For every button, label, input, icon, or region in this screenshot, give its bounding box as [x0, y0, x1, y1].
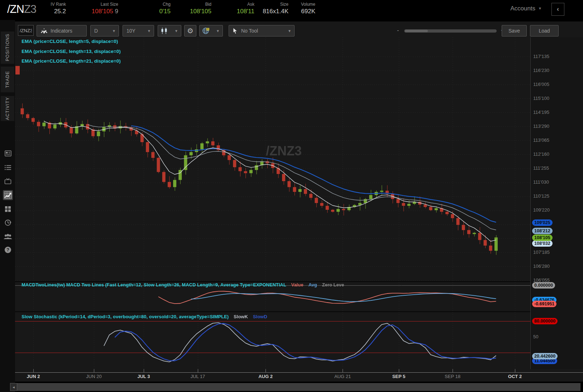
quote-fields: IV Rank25.2Last Size108'105 9Chg0'15Bid1…	[37, 1, 315, 16]
price-axis-label: 110'125	[533, 193, 549, 199]
time-axis-line	[15, 372, 583, 373]
load-button[interactable]: Load	[530, 25, 559, 37]
quote-value: 108'105	[190, 8, 211, 15]
zoom-slider-thumb[interactable]	[405, 30, 428, 32]
sidebar-icon-dashboard[interactable]	[3, 204, 13, 214]
globe-grid-icon	[202, 27, 210, 34]
quote-field-bid: Bid108'105	[171, 1, 211, 16]
quote-field-value: 108'105 9	[66, 7, 118, 16]
chart-type-dropdown[interactable]: ▼	[158, 25, 181, 37]
quote-value-suffix: 9	[113, 8, 118, 15]
accounts-label: Accounts	[510, 5, 535, 12]
price-axis-label: 115'100	[533, 96, 549, 101]
history-icon	[4, 219, 11, 226]
chart-scrollbar[interactable]: ◂	[10, 383, 580, 391]
study-legend-item: Value	[291, 282, 304, 287]
chart-settings-button[interactable]: ⚙	[184, 25, 196, 37]
time-tick	[266, 369, 266, 372]
sidebar-icon-news[interactable]	[3, 148, 13, 158]
price-axis-badge: 80.000000	[532, 318, 558, 324]
sidebar-icon-help[interactable]: ?	[3, 245, 13, 255]
quote-value: 692K	[301, 8, 315, 15]
quote-field-value: 25.2	[37, 7, 66, 16]
price-axis-badge: 108'212	[532, 228, 553, 234]
tiles-icon	[5, 206, 11, 212]
time-zoom-slider: - +	[397, 27, 512, 34]
price-axis-badge: -0.691951	[532, 301, 556, 307]
chevron-down-icon: ▼	[112, 29, 116, 33]
zoom-out-button[interactable]: -	[397, 27, 399, 34]
quote-field-ask: Ask108'11	[211, 1, 254, 16]
ema-label-1[interactable]: EMA (price=CLOSE, length=5, displace=0)	[21, 39, 118, 44]
sidebar-tab-activity[interactable]: ACTIVITY	[1, 96, 14, 121]
price-axis-label: 117'135	[533, 54, 549, 59]
load-label: Load	[539, 28, 550, 34]
sidebar-tab-trade[interactable]: TRADE	[1, 67, 14, 92]
price-axis-badge: 109'025	[532, 219, 553, 226]
price-axis-badge: 108'105	[532, 234, 553, 241]
time-axis[interactable]: JUN 2JUN 20JUL 3JUL 17AUG 2AUG 21SEP 5SE…	[15, 369, 583, 380]
price-axis-label: 113'290	[533, 124, 549, 129]
study-legend-item: Zero Leve	[322, 282, 344, 287]
chevron-down-icon: ▼	[175, 29, 178, 33]
indicators-label: Indicators	[51, 28, 72, 34]
quote-field-label: Chg	[118, 1, 171, 7]
scroll-left-icon: ◂	[13, 385, 15, 389]
sidebar-tab-label: ACTIVITY	[5, 97, 10, 120]
chart-grid-dropdown[interactable]: ▼	[199, 25, 223, 37]
cursor-icon	[233, 28, 238, 34]
stochastic-study-label[interactable]: Slow Stochastic (kPeriod=14, dPeriod=3, …	[21, 314, 272, 319]
price-axis-label: 50	[533, 334, 538, 339]
price-axis-label: 109'220	[533, 207, 550, 213]
quote-field-label: Ask	[211, 1, 254, 7]
sidebar-icon-history[interactable]	[3, 218, 13, 228]
candlestick-chart-icon	[161, 28, 168, 34]
drawing-tool-dropdown[interactable]: No Tool ▼	[229, 25, 295, 37]
sidebar-icon-watchlist[interactable]	[3, 163, 13, 173]
time-tick-label: AUG 21	[334, 374, 351, 379]
sidebar-icon-tv[interactable]	[3, 176, 13, 186]
period-value: D	[94, 28, 98, 34]
chart-toolbar: Indicators D ▼ 10Y ▼ ▼ ⚙ ▼ No Tool ▼ -	[15, 25, 583, 37]
quote-value: 108'105	[92, 8, 113, 15]
ema-label-3[interactable]: EMA (price=CLOSE, length=21, displace=0)	[21, 58, 121, 64]
tv-icon	[4, 178, 11, 184]
trading-app-window: /ZNZ3 IV Rank25.2Last Size108'105 9Chg0'…	[0, 0, 583, 392]
sidebar-tab-positions[interactable]: POSITIONS	[1, 32, 14, 64]
symbol-input[interactable]	[18, 25, 34, 36]
save-button[interactable]: Save	[502, 25, 527, 37]
ema-label-2[interactable]: EMA (price=CLOSE, length=13, displace=0)	[21, 49, 121, 54]
chart-icon	[4, 191, 12, 199]
price-axis[interactable]: 117'135116'230116'005115'100114'195113'2…	[530, 37, 583, 369]
price-axis-label: 111'030	[533, 179, 549, 185]
price-axis-label: 113'065	[533, 137, 549, 143]
price-axis-badge: 108'032	[532, 240, 553, 247]
quote-field-chg: Chg0'15	[118, 1, 171, 16]
indicators-button[interactable]: Indicators	[37, 25, 87, 37]
left-sidebar: ? POSITIONSTRADEACTIVITY	[0, 20, 15, 392]
quote-field-label: Volume	[288, 1, 315, 7]
range-dropdown[interactable]: 10Y ▼	[123, 25, 154, 37]
time-tick-label: JUL 3	[137, 374, 150, 379]
period-dropdown[interactable]: D ▼	[90, 25, 119, 37]
quote-field-value: 0'15	[118, 7, 171, 16]
quote-field-value: 108'105	[171, 7, 211, 16]
sidebar-icon-community[interactable]	[3, 232, 13, 242]
study-legend-item: Avg	[309, 282, 317, 287]
quote-field-value: 108'11	[211, 7, 254, 16]
quote-field-size: Size816x1.4K	[254, 1, 288, 16]
sidebar-icon-charts[interactable]	[3, 190, 13, 200]
time-tick	[198, 369, 198, 372]
collapse-panel-button[interactable]: ‹	[551, 3, 564, 16]
macd-study-label[interactable]: MACDTwoLines(tw) MACD Two Lines (Fast Le…	[21, 282, 349, 287]
price-axis-label: 116'230	[533, 68, 549, 73]
time-tick-label: SEP 18	[445, 374, 460, 379]
chevron-left-icon: ‹	[557, 5, 559, 13]
scroll-left-button[interactable]: ◂	[10, 383, 17, 391]
time-tick-label: JUN 20	[86, 374, 101, 379]
quote-field-label: Last Size	[66, 1, 118, 7]
price-axis-label: 116'005	[533, 82, 549, 87]
zoom-slider-track[interactable]	[404, 29, 497, 33]
accounts-menu[interactable]: Accounts▼	[510, 5, 542, 12]
quote-header: /ZNZ3 IV Rank25.2Last Size108'105 9Chg0'…	[0, 0, 583, 20]
